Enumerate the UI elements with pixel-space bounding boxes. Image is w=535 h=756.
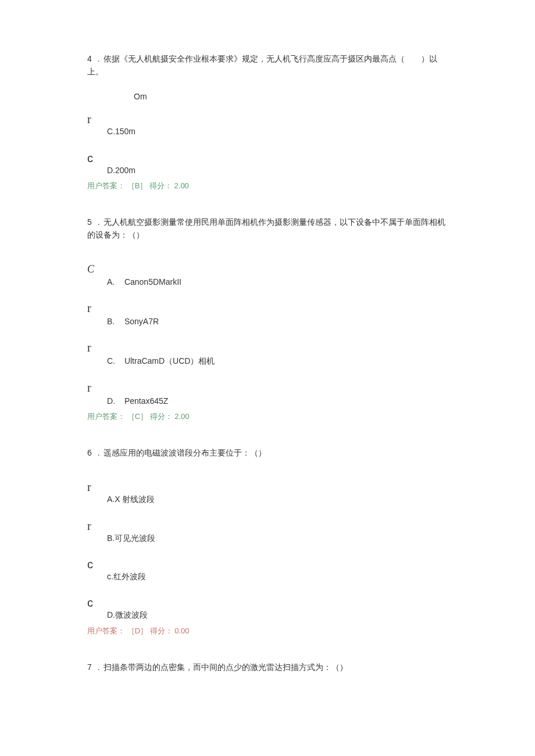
answer-score-label: 得分： <box>150 412 173 421</box>
answer-score-value: 0.00 <box>174 626 189 635</box>
q4-option-loose: Om <box>87 90 448 103</box>
question-4: 4 . 依据《无人机航摄安全作业根本要求》规定，无人机飞行高度应高于摄区内最高点… <box>87 52 448 192</box>
q5-option-row-a: C A. Canon5DMarkII <box>87 264 448 288</box>
q5-option-row-c: r C. UltraCamD（UCD）相机 <box>87 342 448 367</box>
answer-prefix: 用户答案： <box>87 626 125 635</box>
q5-answer-line: 用户答案： ［C］ 得分： 2.00 <box>87 411 448 423</box>
q6-option-c-label: c.红外波段 <box>87 570 448 583</box>
q4-option-d-label: D.200m <box>87 164 448 177</box>
marker-c-italic: C <box>87 264 448 274</box>
answer-prefix: 用户答案： <box>87 412 125 421</box>
marker-r: r <box>87 481 448 493</box>
q5-option-d: D. Pentax645Z <box>87 395 448 407</box>
answer-score-value: 2.00 <box>174 412 189 421</box>
answer-letter: ［D］ <box>127 626 148 635</box>
q5-option-c: C. UltraCamD（UCD）相机 <box>87 354 448 367</box>
question-5-text: 5 . 无人机航空摄影测量常使用民用单面阵相机作为摄影测量传感器，以下设备中不属… <box>87 216 448 242</box>
q6-option-row-c: c c.红外波段 <box>87 558 448 583</box>
question-number: 7 <box>87 662 92 672</box>
marker-c: c <box>87 152 448 164</box>
question-number: 6 <box>87 448 92 457</box>
marker-r: r <box>87 342 448 353</box>
answer-letter: ［C］ <box>127 412 148 421</box>
q6-option-row-a: r A.X 射线波段 <box>87 481 448 506</box>
q4-option-row-d: c D.200m <box>87 152 448 177</box>
q5-option-a: A. Canon5DMarkII <box>87 275 448 288</box>
question-6: 6 . 遥感应用的电磁波波谱段分布主要位于：（） r A.X 射线波段 r B.… <box>87 446 448 637</box>
marker-r: r <box>87 302 448 314</box>
q4-option-row-c: r C.150m <box>87 113 448 138</box>
marker-r: r <box>87 113 448 125</box>
question-body: 扫描条带两边的点密集，而中间的点少的激光雷达扫描方式为：（） <box>104 662 348 672</box>
q4-option-c-label: C.150m <box>87 125 448 138</box>
q5-option-b: B. SonyA7R <box>87 315 448 328</box>
q5-option-row-d: r D. Pentax645Z <box>87 382 448 407</box>
answer-prefix: 用户答案： <box>87 181 125 190</box>
marker-c: c <box>87 558 448 570</box>
question-7: 7 . 扫描条带两边的点密集，而中间的点少的激光雷达扫描方式为：（） <box>87 661 448 673</box>
q6-option-row-b: r B.可见光波段 <box>87 520 448 544</box>
question-5: 5 . 无人机航空摄影测量常使用民用单面阵相机作为摄影测量传感器，以下设备中不属… <box>87 216 448 423</box>
question-dot: . <box>98 446 102 459</box>
q5-option-row-b: r B. SonyA7R <box>87 302 448 328</box>
question-body: 遥感应用的电磁波波谱段分布主要位于：（） <box>104 448 266 457</box>
question-body: 无人机航空摄影测量常使用民用单面阵相机作为摄影测量传感器，以下设备中不属于单面阵… <box>87 217 445 239</box>
question-dot: . <box>98 52 102 65</box>
marker-c: c <box>87 597 448 608</box>
question-number: 5 <box>87 217 92 227</box>
marker-r: r <box>87 520 448 532</box>
question-dot: . <box>98 216 102 228</box>
q6-option-d-label: D.微波波段 <box>87 608 448 621</box>
question-number: 4 <box>87 54 92 63</box>
question-body: 依据《无人机航摄安全作业根本要求》规定，无人机飞行高度应高于摄区内最高点（ ）以… <box>87 54 437 76</box>
q6-option-a-label: A.X 射线波段 <box>87 493 448 506</box>
question-7-text: 7 . 扫描条带两边的点密集，而中间的点少的激光雷达扫描方式为：（） <box>87 661 448 673</box>
q6-answer-line: 用户答案： ［D］ 得分： 0.00 <box>87 625 448 637</box>
question-4-text: 4 . 依据《无人机航摄安全作业根本要求》规定，无人机飞行高度应高于摄区内最高点… <box>87 52 448 78</box>
q6-option-b-label: B.可见光波段 <box>87 532 448 544</box>
question-6-text: 6 . 遥感应用的电磁波波谱段分布主要位于：（） <box>87 446 448 459</box>
marker-r: r <box>87 382 448 393</box>
q6-option-row-d: c D.微波波段 <box>87 597 448 621</box>
answer-score-label: 得分： <box>150 626 173 635</box>
question-dot: . <box>98 661 102 673</box>
answer-score-value: 2.00 <box>174 181 189 190</box>
q4-answer-line: 用户答案： ［B］ 得分： 2.00 <box>87 180 448 192</box>
answer-score-label: 得分： <box>149 181 172 190</box>
answer-letter: ［B］ <box>127 181 148 190</box>
